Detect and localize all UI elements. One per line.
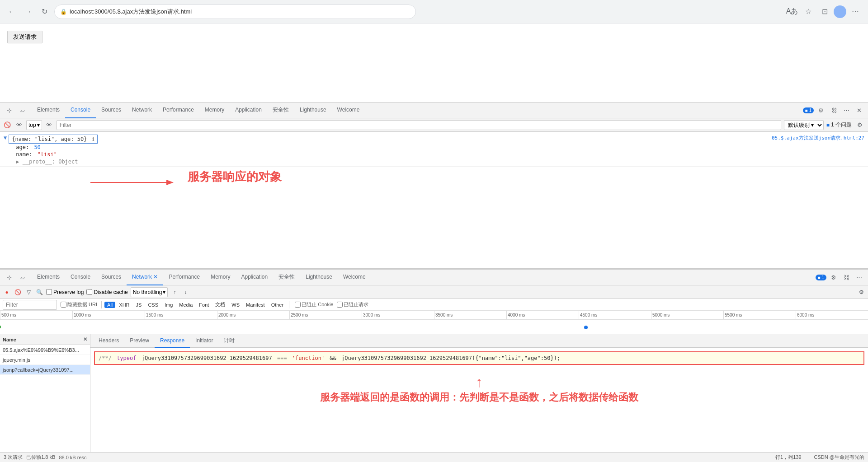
expand-icon[interactable]: ▼ [4,135,7,141]
reload-button[interactable]: ↻ [38,5,51,18]
issues-count[interactable]: ■ 1 个问题 [826,121,852,129]
tab-lighthouse[interactable]: Lighthouse [294,103,332,118]
throttle-selector[interactable]: No throttling ▾ [131,287,168,297]
context-selector[interactable]: top ▾ [26,120,42,130]
translate-button[interactable]: Aあ [785,5,799,19]
upload-icon[interactable]: ↑ [170,288,179,296]
detail-tab-timing[interactable]: 计时 [218,334,240,348]
tab-network[interactable]: Network [127,103,157,118]
preserve-log-checkbox[interactable]: Preserve log [46,289,84,295]
tab2-memory[interactable]: Memory [205,270,236,285]
devtools: ⊹ ▱ Elements Console Sources Network Per… [0,103,868,462]
back-button[interactable]: ← [5,5,18,18]
url-text: localhost:3000/05.$.ajax方法发送json请求.html [70,8,192,16]
filter-type-ws[interactable]: WS [229,302,242,308]
tick-5000: 5000 ms [651,311,723,319]
tab2-welcome[interactable]: Welcome [338,270,371,285]
clear-network-button[interactable]: 🚫 [14,288,22,296]
forward-button[interactable]: → [22,5,34,18]
detail-tab-headers[interactable]: Headers [93,334,124,348]
blocked-cookies-checkbox[interactable]: 已阻止 Cookie [295,301,333,308]
detail-tab-response[interactable]: Response [155,334,190,348]
chain-icon-2[interactable]: ⛓ [841,272,852,283]
blocked-requests-checkbox[interactable]: 已阻止请求 [337,301,368,308]
filter-type-doc[interactable]: 文档 [212,301,228,308]
network-filter-input[interactable] [3,300,57,310]
network-item-text-3: jsonp?callback=jQuery331097... [3,367,74,373]
console-settings-icon[interactable]: ⚙ [854,120,865,131]
tab2-performance[interactable]: Performance [163,270,205,285]
element-picker-icon[interactable]: ⊹ [4,105,14,116]
responsive-icon[interactable]: ▱ [17,105,28,116]
resources-size: 88.0 kB resc [59,455,86,460]
tab-console[interactable]: Console [65,103,96,118]
issues-badge-2[interactable]: ■ 1 [816,275,826,280]
send-request-button[interactable]: 发送请求 [7,31,42,43]
detail-tab-preview[interactable]: Preview [124,334,155,348]
tab2-security[interactable]: 安全性 [273,270,300,285]
issues-badge[interactable]: ■ 1 [803,107,814,113]
close-detail-icon[interactable]: ✕ [83,336,87,342]
more-devtools-icon-2[interactable]: ⋯ [854,272,864,283]
eye-icon[interactable]: 👁 [14,121,24,130]
bookmark-button[interactable]: ☆ [801,5,816,19]
tab-performance[interactable]: Performance [157,103,199,118]
filter-type-xhr[interactable]: XHR [116,302,132,308]
tab2-application[interactable]: Application [236,270,273,285]
detail-tab-initiator[interactable]: Initiator [190,334,218,348]
filter-type-js[interactable]: JS [133,302,145,308]
tab2-network[interactable]: Network ✕ [127,270,163,285]
tab2-elements[interactable]: Elements [32,270,65,285]
network-settings-icon[interactable]: ⚙ [857,288,865,296]
responsive-icon-2[interactable]: ▱ [17,272,28,283]
annotation-text: 服务器响应的对象 [188,169,282,185]
eye-toggle-icon[interactable]: 👁 [45,121,54,130]
disable-cache-checkbox[interactable]: Disable cache [86,289,127,295]
filter-toggle-button[interactable]: ▽ [24,288,33,296]
element-picker-icon-2[interactable]: ⊹ [4,272,14,283]
network-item-main[interactable]: 05.$.ajax%E6%96%B9%E6%B3... [0,345,90,355]
record-button[interactable]: ● [3,288,11,296]
response-comment: /**/ [99,355,112,361]
more-button[interactable]: ⋯ [848,5,863,19]
filter-type-all[interactable]: All [104,302,115,308]
tab-elements[interactable]: Elements [32,103,65,118]
tick-500: 500 ms [0,311,72,319]
filter-type-font[interactable]: Font [196,302,212,308]
clear-console-button[interactable]: 🚫 [3,121,12,130]
settings-icon[interactable]: ⚙ [816,105,826,116]
network-item-jquery[interactable]: jquery.min.js [0,355,90,365]
tab-sources[interactable]: Sources [96,103,127,118]
more-devtools-icon[interactable]: ⋯ [841,105,852,116]
filter-type-css[interactable]: CSS [145,302,161,308]
console-toolbar: 🚫 👁 top ▾ 👁 默认级别 ▾ ■ 1 个问题 ⚙ [0,118,868,132]
obj-preview[interactable]: {name: "lisi", age: 50} ℹ [9,135,97,144]
filter-type-media[interactable]: Media [176,302,195,308]
tab-memory[interactable]: Memory [199,103,230,118]
filter-type-img[interactable]: Img [162,302,175,308]
tab2-lighthouse[interactable]: Lighthouse [300,270,338,285]
cursor-position: 行1，列139 [775,454,801,461]
network-item-jsonp[interactable]: jsonp?callback=jQuery331097... [0,365,90,375]
file-reference[interactable]: 05.$.ajax方法发送json请求.html:27 [768,134,868,166]
level-select[interactable]: 默认级别 ▾ [784,120,824,130]
settings-icon-2[interactable]: ⚙ [828,272,839,283]
chain-icon[interactable]: ⛓ [828,105,839,116]
hide-data-url-checkbox[interactable]: 隐藏数据 URL [61,301,99,308]
filter-type-other[interactable]: Other [269,302,287,308]
download-icon[interactable]: ↓ [181,288,189,296]
close-devtools-icon[interactable]: ✕ [854,105,864,116]
branding-text: CSDN @生命是有光的 [814,454,864,461]
filter-type-manifest[interactable]: Manifest [243,302,268,308]
address-bar[interactable]: 🔒 localhost:3000/05.$.ajax方法发送json请求.htm… [54,5,416,19]
search-network-button[interactable]: 🔍 [35,288,43,296]
tab2-sources[interactable]: Sources [96,270,127,285]
tab-welcome[interactable]: Welcome [332,103,365,118]
tab-security[interactable]: 安全性 [267,103,294,118]
tab-button[interactable]: ⊡ [817,5,832,19]
account-avatar[interactable] [834,5,846,18]
console-filter-input[interactable] [57,120,781,130]
tick-3000: 3000 ms [362,311,434,319]
tab-application[interactable]: Application [230,103,267,118]
tab2-console[interactable]: Console [65,270,96,285]
